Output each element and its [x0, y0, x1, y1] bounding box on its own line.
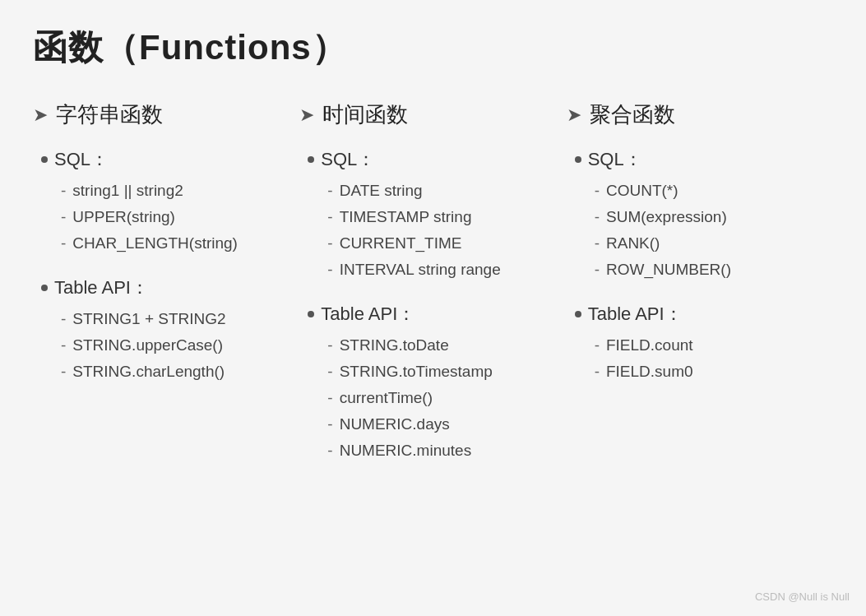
arrow-right-icon: ➤	[567, 104, 581, 126]
bullet-dot-icon	[41, 156, 48, 163]
section-title-string-functions: 字符串函数	[56, 100, 163, 129]
list-item: INTERVAL string range	[327, 261, 549, 279]
group-time-functions-0: SQL：DATE stringTIMESTAMP stringCURRENT_T…	[299, 147, 549, 279]
list-item: FIELD.count	[595, 336, 817, 354]
group-label-aggregate-functions-1: Table API：	[575, 302, 817, 327]
list-item: STRING.charLength()	[61, 363, 283, 381]
column-aggregate-functions: ➤聚合函数 SQL：COUNT(*)SUM(expression)RANK()R…	[567, 100, 833, 404]
list-item: STRING.toTimestamp	[327, 363, 549, 381]
item-list-aggregate-functions-0: COUNT(*)SUM(expression)RANK()ROW_NUMBER(…	[575, 182, 817, 279]
list-item: ROW_NUMBER()	[595, 261, 817, 279]
item-list-time-functions-1: STRING.toDateSTRING.toTimestampcurrentTi…	[308, 336, 549, 460]
list-item: CHAR_LENGTH(string)	[61, 234, 283, 252]
bullet-dot-icon	[41, 285, 48, 291]
section-title-aggregate-functions: 聚合函数	[590, 100, 675, 129]
group-time-functions-1: Table API：STRING.toDateSTRING.toTimestam…	[299, 302, 549, 460]
list-item: RANK()	[595, 234, 817, 252]
item-list-string-functions-1: STRING1 + STRING2STRING.upperCase()STRIN…	[41, 310, 283, 381]
item-list-time-functions-0: DATE stringTIMESTAMP stringCURRENT_TIMEI…	[308, 182, 549, 279]
group-label-string-functions-1: Table API：	[41, 276, 283, 300]
group-label-time-functions-0: SQL：	[308, 147, 549, 172]
list-item: FIELD.sum0	[595, 363, 817, 381]
watermark: CSDN @Null is Null	[755, 591, 850, 603]
columns-wrapper: ➤字符串函数 SQL：string1 || string2UPPER(strin…	[33, 100, 833, 483]
list-item: STRING.upperCase()	[61, 336, 283, 354]
item-list-aggregate-functions-1: FIELD.countFIELD.sum0	[575, 336, 817, 381]
list-item: DATE string	[327, 182, 549, 200]
group-label-string-functions-0: SQL：	[41, 147, 283, 172]
bullet-dot-icon	[308, 311, 314, 317]
group-string-functions-1: Table API：STRING1 + STRING2STRING.upperC…	[33, 276, 283, 381]
bullet-dot-icon	[575, 156, 581, 163]
list-item: string1 || string2	[61, 182, 283, 200]
section-header-time-functions: ➤时间函数	[299, 100, 549, 129]
list-item: STRING1 + STRING2	[61, 310, 283, 328]
list-item: TIMESTAMP string	[327, 208, 549, 226]
arrow-right-icon: ➤	[33, 104, 48, 126]
section-header-aggregate-functions: ➤聚合函数	[567, 100, 817, 129]
list-item: CURRENT_TIME	[327, 234, 549, 252]
list-item: UPPER(string)	[61, 208, 283, 226]
group-aggregate-functions-1: Table API：FIELD.countFIELD.sum0	[567, 302, 817, 381]
list-item: NUMERIC.days	[327, 415, 549, 433]
arrow-right-icon: ➤	[299, 104, 314, 126]
group-string-functions-0: SQL：string1 || string2UPPER(string)CHAR_…	[33, 147, 283, 252]
list-item: COUNT(*)	[595, 182, 817, 200]
group-label-time-functions-1: Table API：	[308, 302, 549, 327]
list-item: SUM(expression)	[595, 208, 817, 226]
bullet-dot-icon	[575, 311, 581, 317]
section-title-time-functions: 时间函数	[322, 100, 408, 129]
item-list-string-functions-0: string1 || string2UPPER(string)CHAR_LENG…	[41, 182, 283, 252]
list-item: currentTime()	[327, 389, 549, 407]
page-container: 函数（Functions） ➤字符串函数 SQL：string1 || stri…	[33, 25, 833, 483]
list-item: STRING.toDate	[327, 336, 549, 354]
bullet-dot-icon	[308, 156, 314, 163]
group-label-aggregate-functions-0: SQL：	[575, 147, 817, 172]
group-aggregate-functions-0: SQL：COUNT(*)SUM(expression)RANK()ROW_NUM…	[567, 147, 817, 279]
column-time-functions: ➤时间函数 SQL：DATE stringTIMESTAMP stringCUR…	[299, 100, 566, 483]
page-title: 函数（Functions）	[33, 25, 833, 71]
list-item: NUMERIC.minutes	[327, 442, 549, 460]
column-string-functions: ➤字符串函数 SQL：string1 || string2UPPER(strin…	[33, 100, 299, 404]
section-header-string-functions: ➤字符串函数	[33, 100, 283, 129]
